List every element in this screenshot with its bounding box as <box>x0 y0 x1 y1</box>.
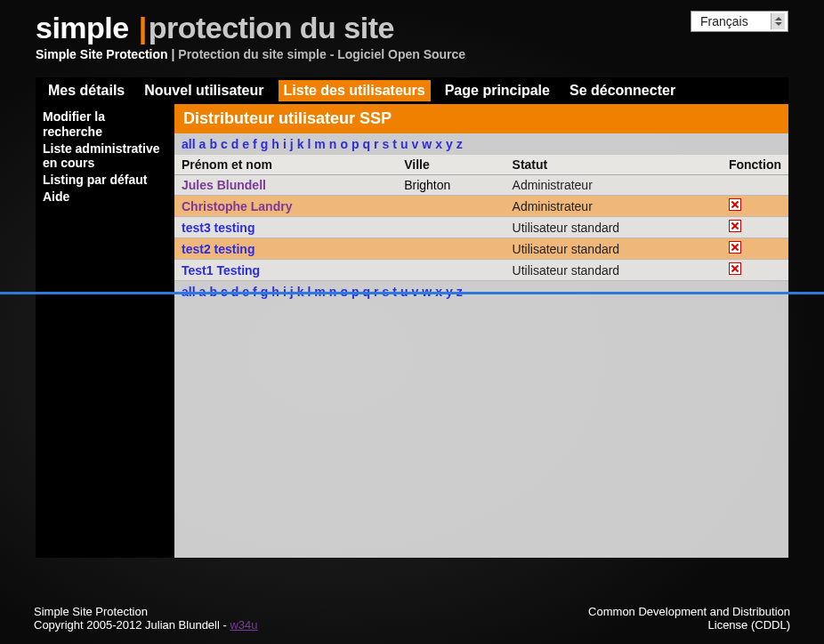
sidebar-item-1[interactable]: Liste administrative en cours <box>43 141 167 172</box>
alpha-j[interactable]: j <box>290 137 294 151</box>
cell-status: Administrateur <box>505 196 722 217</box>
sidebar-item-2[interactable]: Listing par défaut <box>43 173 167 188</box>
cell-function <box>722 175 788 196</box>
language-selector[interactable]: Français <box>691 11 788 32</box>
table-row: test2 testingUtilisateur standard <box>174 238 788 260</box>
cell-city <box>397 217 505 238</box>
cell-city <box>397 260 505 281</box>
user-link[interactable]: Christophe Landry <box>182 199 292 213</box>
user-link[interactable]: test2 testing <box>182 242 254 256</box>
cell-status: Utilisateur standard <box>505 217 722 238</box>
alpha-filter-top: allabcdefghijklmnopqrstuvwxyz <box>174 133 788 155</box>
alpha-i[interactable]: i <box>283 137 287 151</box>
table-row: Jules BlundellBrightonAdministrateur <box>174 175 788 196</box>
cell-function <box>722 196 788 217</box>
nav-item-3[interactable]: Page principale <box>440 80 555 101</box>
alpha-q[interactable]: q <box>363 137 371 151</box>
alpha-m[interactable]: m <box>314 137 325 151</box>
alpha-g[interactable]: g <box>261 137 269 151</box>
alpha-c[interactable]: c <box>221 137 228 151</box>
cell-function <box>722 260 788 281</box>
user-link[interactable]: Test1 Testing <box>182 263 260 278</box>
delete-icon[interactable] <box>729 241 741 254</box>
user-link[interactable]: test3 testing <box>182 221 254 235</box>
alpha-e[interactable]: e <box>242 137 249 151</box>
chevron-updown-icon <box>771 13 785 29</box>
header: simple |protection du site Simple Site P… <box>0 0 824 68</box>
alpha-l[interactable]: l <box>307 137 311 151</box>
footer-license-2: License (CDDL) <box>588 618 790 632</box>
cell-city <box>397 196 505 217</box>
horizontal-divider <box>0 292 824 294</box>
sidebar-item-3[interactable]: Aide <box>43 189 167 205</box>
delete-icon[interactable] <box>729 220 741 232</box>
nav-item-4[interactable]: Se déconnecter <box>564 80 681 101</box>
cell-function <box>722 217 788 238</box>
alpha-k[interactable]: k <box>297 137 304 151</box>
cell-city: Brighton <box>397 175 505 196</box>
language-selected: Français <box>700 14 748 28</box>
main-panel: Distributeur utilisateur SSP allabcdefgh… <box>174 104 788 558</box>
table-row: Test1 TestingUtilisateur standard <box>174 260 788 281</box>
delete-icon[interactable] <box>729 198 741 211</box>
alpha-t[interactable]: t <box>392 137 397 151</box>
alpha-v[interactable]: v <box>412 137 419 151</box>
footer-copyright: Copyright 2005-2012 Julian Blundell - w3… <box>34 618 258 632</box>
footer-link[interactable]: w34u <box>230 618 257 632</box>
alpha-u[interactable]: u <box>400 137 408 151</box>
sidebar-item-0[interactable]: Modifier la recherche <box>43 109 167 140</box>
alpha-p[interactable]: p <box>351 137 359 151</box>
table-row: Christophe LandryAdministrateur <box>174 196 788 217</box>
alpha-f[interactable]: f <box>253 137 257 151</box>
sidebar: Modifier la rechercheListe administrativ… <box>36 104 174 558</box>
col-name[interactable]: Prénom et nom <box>174 155 397 175</box>
alpha-d[interactable]: d <box>231 137 239 151</box>
alpha-r[interactable]: r <box>374 137 378 151</box>
footer-license-1: Common Development and Distribution <box>588 605 790 618</box>
col-status[interactable]: Statut <box>505 155 722 175</box>
footer: Simple Site Protection Copyright 2005-20… <box>34 605 790 632</box>
alpha-b[interactable]: b <box>209 137 217 151</box>
alpha-a[interactable]: a <box>199 137 206 151</box>
alpha-o[interactable]: o <box>340 137 348 151</box>
cell-status: Utilisateur standard <box>505 238 722 260</box>
alpha-all[interactable]: all <box>182 137 196 151</box>
nav-item-1[interactable]: Nouvel utilisateur <box>139 80 269 101</box>
alpha-w[interactable]: w <box>422 137 432 151</box>
alpha-s[interactable]: s <box>383 137 390 151</box>
alpha-x[interactable]: x <box>435 137 442 151</box>
nav-item-2[interactable]: Liste des utilisateurs <box>279 80 431 101</box>
main-nav: Mes détailsNouvel utilisateurListe des u… <box>36 77 788 104</box>
delete-icon[interactable] <box>729 262 741 275</box>
cell-status: Utilisateur standard <box>505 260 722 281</box>
alpha-z[interactable]: z <box>456 137 463 151</box>
cell-status: Administrateur <box>505 175 722 196</box>
panel-heading: Distributeur utilisateur SSP <box>174 104 788 133</box>
nav-item-0[interactable]: Mes détails <box>43 80 130 101</box>
site-subtitle: Simple Site Protection | Protection du s… <box>36 47 465 61</box>
alpha-n[interactable]: n <box>329 137 337 151</box>
table-row: test3 testingUtilisateur standard <box>174 217 788 238</box>
footer-title: Simple Site Protection <box>34 605 258 618</box>
col-function[interactable]: Fonction <box>722 155 788 175</box>
alpha-y[interactable]: y <box>446 137 453 151</box>
user-link[interactable]: Jules Blundell <box>182 178 266 192</box>
site-title: simple |protection du site <box>36 11 465 45</box>
alpha-h[interactable]: h <box>271 137 279 151</box>
cell-city <box>397 238 505 260</box>
col-city[interactable]: Ville <box>397 155 505 175</box>
users-table: Prénom et nom Ville Statut Fonction Jule… <box>174 155 788 281</box>
cell-function <box>722 238 788 260</box>
